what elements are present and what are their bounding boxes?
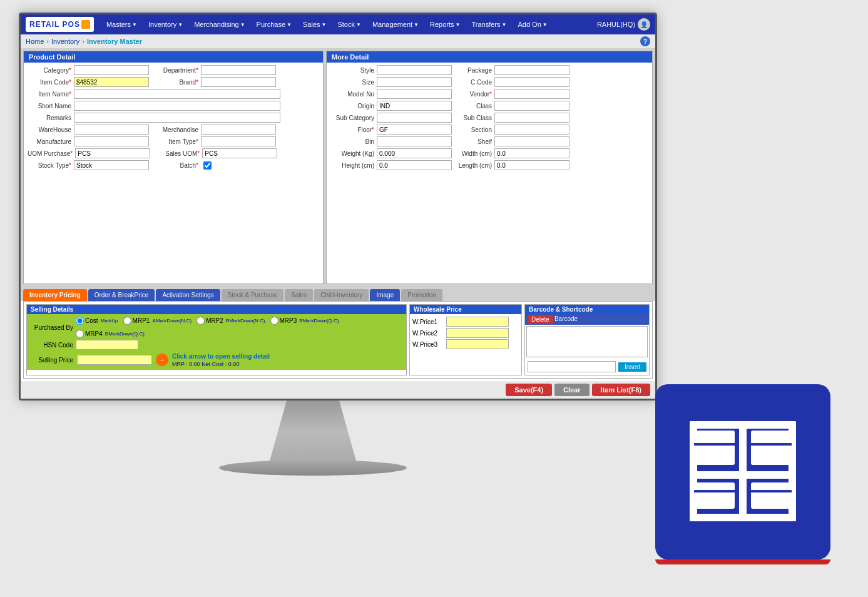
item-list-button[interactable]: Item List(F8) (592, 384, 650, 396)
save-button[interactable]: Save(F4) (506, 384, 552, 396)
remarks-input[interactable] (74, 113, 280, 123)
nav-stock[interactable]: Stock ▼ (332, 18, 365, 31)
origin-input[interactable] (377, 101, 452, 111)
department-input[interactable] (201, 65, 276, 75)
tab-sales[interactable]: Sales (285, 289, 313, 301)
logo: RETAIL POS (26, 17, 94, 32)
svg-rect-6 (694, 431, 735, 465)
mrp3-radio[interactable] (270, 317, 278, 325)
length-input[interactable] (494, 160, 569, 170)
help-icon[interactable]: ? (640, 36, 650, 46)
merchandise-input[interactable] (201, 125, 276, 135)
item-name-input[interactable] (74, 89, 280, 99)
nav-merchandising[interactable]: Merchandising ▼ (189, 18, 250, 31)
wprice3-input[interactable] (446, 339, 509, 349)
more-detail-panel: More Detail Style Package Size (326, 51, 653, 284)
remarks-label: Remarks (28, 115, 71, 121)
weight-input[interactable] (377, 148, 452, 158)
mrp3-option: MRP3 BMarkDown(Q.C) (270, 317, 339, 325)
cost-radio[interactable] (76, 317, 84, 325)
class-input[interactable] (494, 101, 569, 111)
arrow-button[interactable]: → (156, 354, 168, 366)
warehouse-icon-overlay (655, 384, 830, 559)
purchase-radio-group: Cost MarkUp MRP1 AMarkDown(N.C) (76, 317, 404, 338)
shelf-input[interactable] (494, 136, 569, 146)
shelf-label: Shelf (454, 138, 492, 145)
tab-image[interactable]: Image (370, 289, 400, 301)
remarks-row: Remarks (28, 113, 319, 123)
nav-transfers[interactable]: Transfers ▼ (466, 18, 511, 31)
barcode-field-input[interactable] (528, 361, 616, 372)
tab-promotion[interactable]: Promotion (401, 289, 442, 301)
item-type-input[interactable] (201, 136, 276, 146)
brand-input[interactable] (201, 77, 276, 87)
tab-child-inventory[interactable]: Child-Inventory (314, 289, 369, 301)
tab-activation-settings[interactable]: Activation Settings (156, 289, 220, 301)
warehouse-label: WareHouse (28, 126, 71, 133)
width-input[interactable] (494, 148, 569, 158)
department-label: Department (151, 67, 198, 74)
wprice1-input[interactable] (446, 317, 509, 327)
warehouse-input[interactable] (74, 125, 149, 135)
nav-purchase[interactable]: Purchase ▼ (252, 18, 297, 31)
section-input[interactable] (494, 125, 569, 135)
delete-barcode-button[interactable]: Delete (528, 315, 553, 324)
tabs-bar: Inventory Pricing Order & BreakPrice Act… (23, 289, 653, 301)
tab-stock-purchase[interactable]: Stock & Purchase (222, 289, 283, 301)
item-code-input[interactable] (74, 77, 149, 87)
bin-input[interactable] (377, 136, 452, 146)
sub-class-input[interactable] (494, 113, 569, 123)
short-name-input[interactable] (74, 101, 280, 111)
wprice2-input[interactable] (446, 328, 509, 338)
sub-cat-input[interactable] (377, 113, 452, 123)
package-input[interactable] (494, 65, 569, 75)
nav-sales[interactable]: Sales ▼ (298, 18, 331, 31)
sales-uom-input[interactable] (202, 148, 277, 158)
user-info: RAHUL(HQ) 👤 (597, 18, 650, 31)
floor-row: Floor Section (330, 125, 648, 135)
category-input[interactable] (74, 65, 149, 75)
item-code-label: Item Code (28, 79, 71, 86)
model-input[interactable] (377, 89, 452, 99)
batch-checkbox[interactable] (203, 161, 212, 170)
ccode-input[interactable] (494, 77, 569, 87)
nav-management[interactable]: Management ▼ (367, 18, 424, 31)
mrp2-radio[interactable] (197, 317, 205, 325)
manufacture-row: Manufacture Item Type (28, 136, 319, 146)
warehouse-icon (680, 409, 805, 535)
clear-button[interactable]: Clear (554, 384, 590, 396)
nav-addon[interactable]: Add On ▼ (513, 18, 552, 31)
monitor-base (219, 460, 407, 476)
sales-arrow-icon: ▼ (322, 22, 327, 28)
uom-purchase-input[interactable] (75, 148, 150, 158)
barcode-bottom: Insert (525, 359, 649, 375)
size-input[interactable] (377, 77, 452, 87)
vendor-input[interactable] (494, 89, 569, 99)
floor-input[interactable] (377, 125, 452, 135)
mrp4-radio[interactable] (76, 330, 84, 338)
style-label: Style (330, 67, 374, 74)
insert-barcode-button[interactable]: Insert (618, 362, 646, 372)
mrp1-radio[interactable] (123, 317, 131, 325)
more-detail-body: Style Package Size C.Code (327, 63, 652, 175)
length-label: Length (cm) (454, 162, 492, 169)
svg-rect-12 (694, 490, 735, 492)
nav-masters[interactable]: Masters ▼ (101, 18, 142, 31)
tab-inventory-pricing[interactable]: Inventory Pricing (23, 289, 87, 301)
style-input[interactable] (377, 65, 452, 75)
management-arrow-icon: ▼ (414, 22, 419, 28)
height-input[interactable] (377, 160, 452, 170)
item-type-label: Item Type (151, 138, 198, 145)
category-row: Category Department (28, 65, 319, 75)
wprice1-row: W.Price1 (412, 317, 519, 327)
tab-order-breakprice[interactable]: Order & BreakPrice (88, 289, 155, 301)
stock-type-input[interactable] (74, 160, 149, 170)
breadcrumb-home[interactable]: Home (26, 38, 44, 45)
nav-inventory[interactable]: Inventory ▼ (143, 18, 188, 31)
avatar: 👤 (638, 18, 650, 31)
selling-price-input[interactable] (77, 355, 152, 365)
hsn-input[interactable] (76, 340, 138, 350)
nav-reports[interactable]: Reports ▼ (425, 18, 465, 31)
breadcrumb-inventory[interactable]: Inventory (51, 38, 79, 45)
manufacture-input[interactable] (74, 136, 149, 146)
